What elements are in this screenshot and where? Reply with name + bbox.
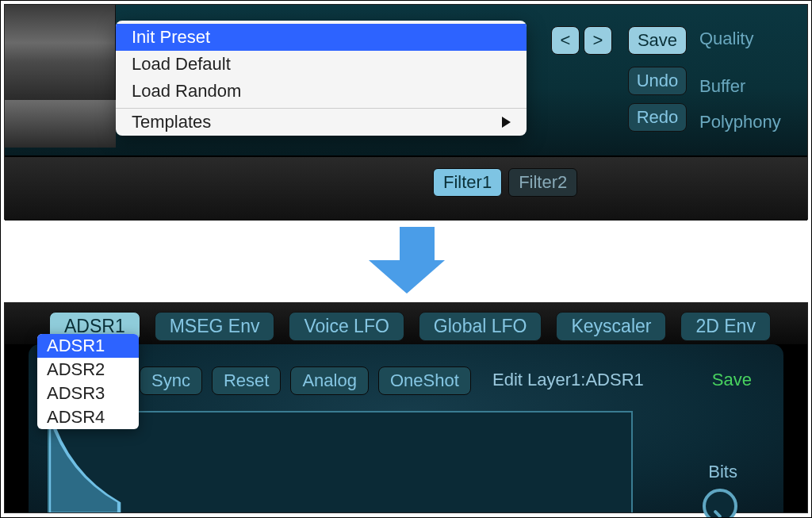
sync-button[interactable]: Sync <box>140 366 202 395</box>
preset-prev-button[interactable]: < <box>551 26 580 55</box>
tab-global-lfo[interactable]: Global LFO <box>419 312 542 341</box>
analog-button[interactable]: Analog <box>290 366 369 395</box>
tab-filter1[interactable]: Filter1 <box>433 168 502 197</box>
tab-keyscaler[interactable]: Keyscaler <box>556 312 666 341</box>
filter-tabs: Filter1 Filter2 <box>433 168 577 197</box>
menu-load-default[interactable]: Load Default <box>116 51 527 78</box>
chrome-strip-lower <box>5 100 116 148</box>
polyphony-label: Polyphony <box>699 112 781 132</box>
preset-context-menu: Init Preset Load Default Load Random Tem… <box>116 21 527 136</box>
tab-mseg-env[interactable]: MSEG Env <box>155 312 275 341</box>
tab-filter2[interactable]: Filter2 <box>508 168 577 197</box>
top-panel: < > Save Undo Redo Quality Buffer Polyph… <box>4 4 808 220</box>
oneshot-button[interactable]: OneShot <box>378 366 471 395</box>
menu-load-random[interactable]: Load Random <box>116 78 527 105</box>
redo-button[interactable]: Redo <box>628 103 687 132</box>
adsr-option-3[interactable]: ADSR3 <box>37 382 139 405</box>
menu-templates-label: Templates <box>132 112 211 132</box>
save-env-button[interactable]: Save <box>712 370 752 390</box>
arrow-down-icon <box>389 227 445 294</box>
chrome-strip <box>5 5 116 100</box>
bits-knob[interactable] <box>703 489 737 518</box>
adsr-option-1[interactable]: ADSR1 <box>37 334 139 358</box>
edit-layer-label: Edit Layer1:ADSR1 <box>492 370 644 390</box>
adsr-option-4[interactable]: ADSR4 <box>37 405 139 429</box>
preset-group-main: Init Preset Load Default Load Random <box>116 21 527 109</box>
modulation-body: Sync Reset Analog OneShot Edit Layer1:AD… <box>29 344 783 512</box>
chevron-right-icon <box>502 117 511 128</box>
buffer-label: Buffer <box>699 76 745 97</box>
menu-templates[interactable]: Templates <box>116 109 527 136</box>
tab-2d-env[interactable]: 2D Env <box>680 312 770 341</box>
tab-voice-lfo[interactable]: Voice LFO <box>289 312 404 341</box>
menu-init-preset[interactable]: Init Preset <box>116 24 527 51</box>
undo-button[interactable]: Undo <box>628 67 687 95</box>
filter-tab-strip: Filter1 Filter2 <box>5 155 807 221</box>
bits-label: Bits <box>708 462 737 482</box>
reset-button[interactable]: Reset <box>212 366 281 395</box>
chevron-left-icon: < <box>561 30 571 51</box>
chevron-right-icon: > <box>593 30 603 51</box>
preset-next-button[interactable]: > <box>584 26 612 55</box>
save-button[interactable]: Save <box>628 26 687 55</box>
quality-label: Quality <box>699 29 753 49</box>
adsr-select-dropdown: ADSR1 ADSR2 ADSR3 ADSR4 <box>37 334 139 429</box>
envelope-controls: Sync Reset Analog OneShot <box>140 366 471 395</box>
adsr-option-2[interactable]: ADSR2 <box>37 358 139 382</box>
